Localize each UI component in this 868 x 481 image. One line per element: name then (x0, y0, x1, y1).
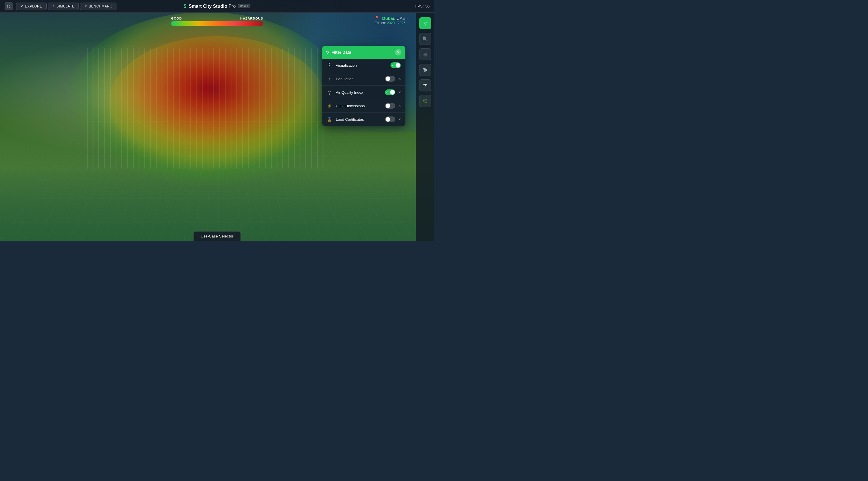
map-icon: 🗺 (423, 83, 427, 88)
leed-icon: 🏅 (327, 117, 332, 122)
air-quality-icon: ◎ (327, 90, 332, 95)
air-quality-toggle[interactable]: ✓ (385, 89, 395, 95)
benchmark-label: BENCHMARK (89, 4, 112, 8)
toggle-check-icon: ✓ (392, 64, 394, 67)
scale-good-label: GOOD (171, 17, 182, 20)
co2-toggle-group: ✕ (385, 103, 401, 109)
scale-hazardous-label: HAZARDOUS (240, 17, 263, 20)
visualization-toggle-group: ✓ (391, 62, 401, 68)
location-city: Dubai, UAE (382, 16, 405, 21)
toggle-check-icon: ✓ (386, 91, 389, 94)
leed-toggle-group: ✕ (385, 117, 401, 122)
location-badge: 📍 Dubai, UAE Edition: 2020 - 2025 (374, 15, 405, 25)
filter-close-icon: ✕ (397, 50, 400, 54)
benchmark-icon: ↗ (84, 4, 87, 8)
air-quality-toggle-group: ✓ ✕ (385, 89, 401, 95)
app-logo[interactable]: ⬡ (5, 2, 13, 10)
visualization-toggle[interactable]: ✓ (391, 62, 401, 68)
sidebar-search-button[interactable]: 🔍 (419, 33, 431, 45)
co2-remove-button[interactable]: ✕ (398, 104, 401, 108)
filter-item-leed: 🏅 Leed Certificates ✕ (322, 113, 405, 126)
toggle-knob (396, 63, 400, 68)
edition-value: 2020 - 2025 (387, 21, 405, 25)
leaf-icon: 🌿 (423, 99, 428, 103)
filter-item-visualization: 🗄 Visualization ✓ (322, 59, 405, 72)
explore-label: EXPLORE (25, 4, 42, 8)
benchmark-button[interactable]: ↗ BENCHMARK (80, 3, 117, 10)
toggle-knob (385, 76, 390, 81)
scale-labels: GOOD HAZARDOUS (171, 17, 263, 20)
filter-icon: ▽ (424, 21, 427, 26)
app-title-icon: $ (184, 4, 186, 9)
location-share-icon: 📡 (423, 68, 428, 72)
filter-item-air-quality: ◎ Air Quality Index ✓ ✕ (322, 86, 405, 99)
app-title: $ Smart City Studio Pro Beta 1 (184, 4, 250, 9)
topbar: ⬡ ↗ EXPLORE ↗ SIMULATE ↗ BENCHMARK $ Sma… (0, 0, 434, 13)
filter-header: ▽ Filter Data ✕ (322, 46, 405, 59)
nav-buttons: ↗ EXPLORE ↗ SIMULATE ↗ BENCHMARK (16, 3, 117, 10)
co2-icon: ⚡ (327, 103, 332, 109)
country-name: , UAE (394, 16, 405, 21)
population-icon: ↑ (327, 77, 332, 81)
fps-label: FPS: (415, 4, 424, 8)
toggle-knob (385, 117, 390, 122)
explore-button[interactable]: ↗ EXPLORE (16, 3, 46, 10)
scale-bar (171, 21, 263, 26)
toggle-knob (385, 103, 390, 108)
filter-header-left: ▽ Filter Data (326, 50, 351, 55)
visualization-icon: 🗄 (327, 63, 332, 68)
sidebar-location-button[interactable]: 📡 (419, 64, 431, 76)
sidebar-record-button[interactable]: 📹 (419, 48, 431, 60)
location-edition: Edition: 2020 - 2025 (374, 21, 405, 25)
co2-toggle[interactable] (385, 103, 395, 109)
edition-label: Edition: (375, 21, 386, 25)
fps-value: 56 (426, 4, 430, 8)
population-label: Population (336, 77, 381, 81)
bottom-bar: Use-Case Selector (193, 231, 241, 241)
app-title-text: Smart City Studio Pro (189, 4, 236, 9)
filter-item-population: ↑ Population ✕ (322, 72, 405, 86)
sidebar-filter-button[interactable]: ▽ (419, 17, 431, 29)
title-pro: Pro (227, 4, 236, 9)
fps-display: FPS: 56 (415, 4, 430, 8)
leed-remove-button[interactable]: ✕ (398, 118, 401, 121)
air-quality-remove-button[interactable]: ✕ (398, 91, 401, 94)
explore-icon: ↗ (21, 4, 23, 8)
sidebar-eco-button[interactable]: 🌿 (419, 95, 431, 107)
simulate-button[interactable]: ↗ SIMULATE (48, 3, 79, 10)
population-toggle-group: ✕ (385, 76, 401, 82)
right-sidebar: ▽ 🔍 📹 📡 🗺 🌿 (416, 13, 434, 241)
city-name: Dubai (382, 16, 394, 21)
leed-toggle[interactable] (385, 117, 395, 122)
filter-panel: ▽ Filter Data ✕ 🗄 Visualization ✓ ↑ Popu… (322, 46, 405, 126)
leed-label: Leed Certificates (336, 117, 381, 122)
sidebar-map-button[interactable]: 🗺 (419, 79, 431, 91)
location-icon: 📍 (374, 15, 380, 21)
color-scale: GOOD HAZARDOUS (171, 17, 263, 26)
simulate-icon: ↗ (52, 4, 55, 8)
filter-header-icon: ▽ (326, 50, 329, 55)
filter-close-button[interactable]: ✕ (395, 49, 401, 56)
co2-label: CO2 Emmissions (336, 104, 381, 108)
filter-item-co2: ⚡ CO2 Emmissions ✕ (322, 99, 405, 113)
filter-title: Filter Data (332, 50, 351, 55)
search-icon: 🔍 (422, 36, 428, 42)
use-case-selector-button[interactable]: Use-Case Selector (193, 231, 241, 241)
logo-symbol: ⬡ (7, 4, 10, 9)
air-quality-label: Air Quality Index (336, 90, 381, 95)
city-buildings (87, 48, 326, 168)
population-toggle[interactable] (385, 76, 395, 82)
title-main: Smart City Studio (189, 4, 227, 9)
beta-badge: Beta 1 (238, 4, 250, 8)
simulate-label: SIMULATE (56, 4, 74, 8)
visualization-label: Visualization (336, 63, 387, 68)
camera-icon: 📹 (423, 52, 428, 57)
population-remove-button[interactable]: ✕ (398, 77, 401, 81)
toggle-knob (390, 90, 395, 95)
